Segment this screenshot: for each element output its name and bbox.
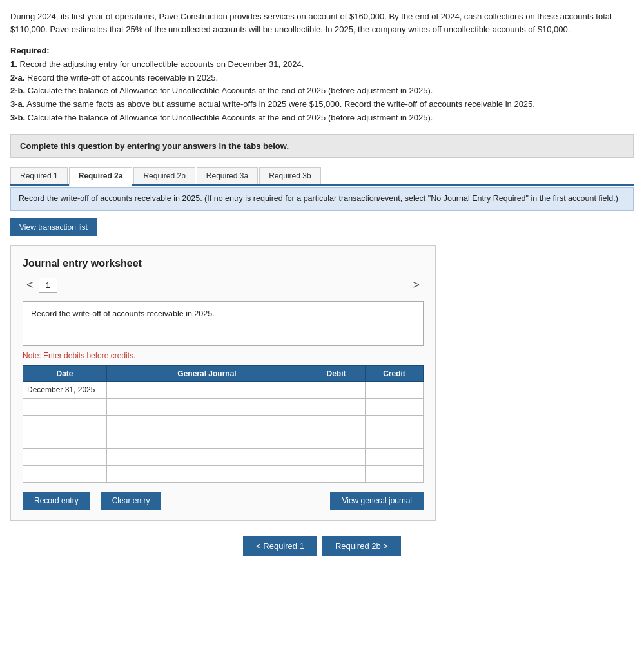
journal-input-5[interactable] <box>107 449 307 465</box>
worksheet-title: Journal entry worksheet <box>23 258 424 269</box>
debit-cell-5[interactable] <box>307 448 366 465</box>
credit-cell-6[interactable] <box>366 465 424 482</box>
info-banner-text: Record the write-off of accounts receiva… <box>19 194 618 203</box>
date-cell-5 <box>23 448 107 465</box>
journal-table: Date General Journal Debit Credit Decemb… <box>23 365 424 483</box>
credit-input-4[interactable] <box>366 432 423 448</box>
debit-cell-1[interactable] <box>307 381 366 398</box>
credit-input-6[interactable] <box>366 466 423 482</box>
description-text: Record the write-off of accounts receiva… <box>31 309 215 318</box>
bottom-nav: < Required 1 Required 2b > <box>10 536 634 556</box>
view-general-journal-button[interactable]: View general journal <box>330 492 424 510</box>
tabs-row: Required 1 Required 2a Required 2b Requi… <box>10 167 634 186</box>
date-cell-6 <box>23 465 107 482</box>
date-cell-4 <box>23 432 107 448</box>
nav-right-arrow[interactable]: > <box>409 277 424 293</box>
col-header-debit: Debit <box>307 365 366 381</box>
tab-required-1[interactable]: Required 1 <box>10 167 68 184</box>
table-row <box>23 465 424 482</box>
journal-input-2[interactable] <box>107 399 307 415</box>
journal-cell-3[interactable] <box>107 415 307 432</box>
instruction-box: Complete this question by entering your … <box>10 134 634 158</box>
credit-cell-5[interactable] <box>366 448 424 465</box>
date-cell-2 <box>23 398 107 415</box>
credit-input-5[interactable] <box>366 449 423 465</box>
req-label-2a: 2-a. <box>10 73 24 82</box>
req-text-2b: Calculate the balance of Allowance for U… <box>28 86 433 95</box>
next-nav-button[interactable]: Required 2b > <box>322 536 401 556</box>
journal-input-6[interactable] <box>107 466 307 482</box>
credit-cell-1[interactable] <box>366 381 424 398</box>
credit-cell-3[interactable] <box>366 415 424 432</box>
journal-cell-6[interactable] <box>107 465 307 482</box>
req-label-1: 1. <box>10 59 17 69</box>
journal-input-4[interactable] <box>107 432 307 448</box>
nav-row: < 1 > <box>23 277 424 293</box>
debit-input-3[interactable] <box>307 416 365 432</box>
description-box: Record the write-off of accounts receiva… <box>23 301 424 346</box>
req-text-1: Record the adjusting entry for uncollect… <box>19 59 304 69</box>
journal-input-1[interactable] <box>107 382 307 398</box>
action-buttons: Record entry Clear entry View general jo… <box>23 492 424 510</box>
debit-cell-6[interactable] <box>307 465 366 482</box>
tab-required-3b[interactable]: Required 3b <box>259 167 320 184</box>
table-row <box>23 448 424 465</box>
col-header-credit: Credit <box>366 365 424 381</box>
record-entry-button[interactable]: Record entry <box>23 492 90 510</box>
date-cell-1: December 31, 2025 <box>23 381 107 398</box>
credit-cell-4[interactable] <box>366 432 424 448</box>
intro-paragraph: During 2024, its first year of operation… <box>10 10 634 35</box>
nav-left-arrow[interactable]: < <box>23 277 37 293</box>
debit-input-4[interactable] <box>307 432 365 448</box>
prev-nav-button[interactable]: < Required 1 <box>243 536 317 556</box>
debit-cell-4[interactable] <box>307 432 366 448</box>
credit-input-1[interactable] <box>366 382 423 398</box>
journal-input-3[interactable] <box>107 416 307 432</box>
req-text-3b: Calculate the balance of Allowance for U… <box>28 113 433 122</box>
debit-input-2[interactable] <box>307 399 365 415</box>
debit-input-5[interactable] <box>307 449 365 465</box>
col-header-date: Date <box>23 365 107 381</box>
credit-cell-2[interactable] <box>366 398 424 415</box>
note-text: Note: Enter debits before credits. <box>23 351 424 360</box>
journal-cell-4[interactable] <box>107 432 307 448</box>
req-label-3b: 3-b. <box>10 113 25 122</box>
req-label-2b: 2-b. <box>10 86 25 95</box>
journal-cell-2[interactable] <box>107 398 307 415</box>
journal-cell-5[interactable] <box>107 448 307 465</box>
debit-input-6[interactable] <box>307 466 365 482</box>
credit-input-3[interactable] <box>366 416 423 432</box>
view-transaction-button[interactable]: View transaction list <box>10 218 97 236</box>
table-row <box>23 432 424 448</box>
instruction-text: Complete this question by entering your … <box>20 141 289 151</box>
req-text-3a: Assume the same facts as above but assum… <box>26 99 535 109</box>
req-label-3a: 3-a. <box>10 99 24 109</box>
tab-number: 1 <box>39 278 57 293</box>
tab-required-2a[interactable]: Required 2a <box>69 167 133 186</box>
table-row: December 31, 2025 <box>23 381 424 398</box>
clear-entry-button[interactable]: Clear entry <box>101 492 162 510</box>
tab-required-2b[interactable]: Required 2b <box>133 167 195 184</box>
tab-required-3a[interactable]: Required 3a <box>197 167 258 184</box>
table-row <box>23 398 424 415</box>
debit-input-1[interactable] <box>307 382 365 398</box>
table-row <box>23 415 424 432</box>
info-banner: Record the write-off of accounts receiva… <box>10 187 634 211</box>
date-cell-3 <box>23 415 107 432</box>
required-header: Required: <box>10 46 50 55</box>
req-text-2a: Record the write-off of accounts receiva… <box>27 73 218 82</box>
debit-cell-2[interactable] <box>307 398 366 415</box>
journal-cell-1[interactable] <box>107 381 307 398</box>
required-section: Required: 1. Record the adjusting entry … <box>10 44 634 125</box>
col-header-journal: General Journal <box>107 365 307 381</box>
credit-input-2[interactable] <box>366 399 423 415</box>
debit-cell-3[interactable] <box>307 415 366 432</box>
worksheet-container: Journal entry worksheet < 1 > Record the… <box>10 245 436 521</box>
